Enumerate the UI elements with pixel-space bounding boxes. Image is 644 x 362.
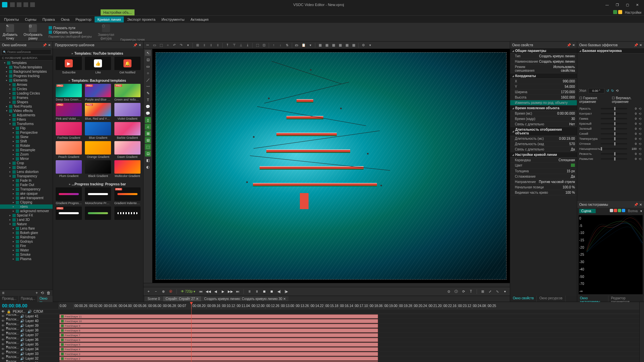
template-item[interactable]: Orange Gradient <box>84 141 112 159</box>
left-tab[interactable]: Провод... <box>19 296 38 302</box>
reset-icon[interactable]: ⟲ <box>638 107 642 111</box>
show-path-checkbox[interactable]: Показать пути <box>49 26 92 30</box>
restore-button[interactable]: ❐ <box>612 1 622 8</box>
pin-icon[interactable]: 📌 <box>567 43 571 47</box>
tree-node[interactable]: Progress tracking <box>0 74 53 78</box>
template-item[interactable]: Monochrome Prog... <box>84 187 112 205</box>
angle-input[interactable]: 0.00 ° <box>588 88 604 94</box>
playback-button[interactable]: ◀◀ <box>205 289 211 295</box>
tree-node[interactable]: Transparency <box>0 174 53 178</box>
menu-активация[interactable]: Активация <box>188 16 211 22</box>
side-tool[interactable]: T <box>145 97 151 103</box>
timeline-clip[interactable]: FreeShape 8 <box>59 328 378 333</box>
playback-button[interactable]: ◀| <box>276 289 282 295</box>
property-group[interactable]: Общие параметры <box>510 48 577 54</box>
menu-инструменты[interactable]: Инструменты <box>159 16 187 22</box>
breadcrumb-item[interactable]: Scene 0 <box>145 296 163 301</box>
tree-node[interactable]: Background templates <box>0 69 53 74</box>
correction-slider[interactable] <box>601 143 627 144</box>
tree-node[interactable]: Godrays <box>0 239 53 244</box>
template-item[interactable]: Dawn Gradient <box>114 141 141 159</box>
property-row[interactable]: НаправлениеПротив часовой стрелк <box>510 179 577 185</box>
side-tool[interactable]: ▭ <box>145 63 151 69</box>
reset-icon[interactable]: ⟲ <box>638 142 642 146</box>
properties-tab[interactable]: Окно свойств <box>510 296 537 302</box>
side-tool[interactable]: 💬 <box>145 104 151 110</box>
template-item[interactable]: Peach Gradient <box>55 141 83 159</box>
rotate-cw-icon[interactable]: ↻ <box>611 89 614 93</box>
channel-dot[interactable] <box>622 209 625 212</box>
playback-button[interactable]: ⤢ <box>487 289 493 295</box>
settings-link[interactable]: Настройки <box>625 11 641 14</box>
tree-node[interactable]: Water <box>0 248 53 252</box>
channel-dot[interactable] <box>618 209 621 212</box>
reset-icon[interactable]: ⟲ <box>638 152 642 156</box>
playback-button[interactable]: ◀ <box>213 289 219 295</box>
toolbar-button[interactable]: ⤒ <box>225 43 230 48</box>
tree-node[interactable]: Frames <box>0 96 53 100</box>
close-panel-icon[interactable]: ✕ <box>572 43 575 47</box>
reset-icon[interactable]: ⟲ <box>638 147 642 151</box>
tree-collapse-icon[interactable]: ≡ <box>2 291 4 295</box>
template-item[interactable]: Multicolor Gradient <box>114 160 141 178</box>
menu-кривая линия[interactable]: Кривая линия <box>95 16 123 22</box>
playback-button[interactable]: ⤡ <box>494 289 500 295</box>
toolbar-button[interactable]: ↓ <box>278 43 283 48</box>
menu-правка[interactable]: Правка <box>40 16 57 22</box>
toolbar-button[interactable]: ↶ <box>172 43 177 48</box>
close-button[interactable]: ✕ <box>633 1 642 8</box>
toolbar-button[interactable]: ▦ <box>351 43 356 48</box>
ribbon-draw-frame[interactable]: ⊡Отображать рамку <box>23 24 42 40</box>
playback-button[interactable]: ⏭ <box>235 289 241 295</box>
template-item[interactable]: PRODeep Sea Green Gr... <box>55 84 83 101</box>
tree-node[interactable]: Clipping <box>0 200 53 204</box>
toolbar-button[interactable]: ▦ <box>337 43 343 48</box>
pin-icon[interactable]: 📌 <box>634 43 638 47</box>
toolbar-button[interactable]: ⫴ <box>202 43 207 48</box>
side-tool[interactable]: ⊡ <box>145 150 151 157</box>
side-tool[interactable]: ▯ <box>145 117 151 123</box>
correction-slider[interactable] <box>601 118 627 119</box>
tree-node[interactable]: Elements <box>0 78 53 82</box>
histogram-scene-select[interactable]: Сцена <box>579 209 596 213</box>
property-group[interactable]: Настройки кривой линии <box>510 152 577 158</box>
refresh-icon[interactable]: ⟲ <box>41 291 44 295</box>
toolbar-button[interactable]: ⬚ <box>255 43 260 48</box>
correction-slider[interactable] <box>601 148 627 149</box>
property-row[interactable]: Изменить размер по род. объекту <box>510 100 577 106</box>
toolbar-button[interactable]: ▾ <box>308 43 313 48</box>
correction-slider[interactable] <box>601 108 627 109</box>
side-tool[interactable]: ⬚ <box>145 144 151 150</box>
timeline-track[interactable]: FreeShape 11 <box>59 314 639 319</box>
timeline-track[interactable]: FreeShape 2 <box>59 356 639 361</box>
reflect-h-checkbox[interactable]: Горизонт. отражение <box>579 96 608 104</box>
ribbon-closed-shape[interactable]: ⬠Замкнутая фигура <box>98 24 114 40</box>
template-item[interactable]: 🔔Get Notified <box>114 57 141 74</box>
tree-node[interactable]: ) and 3D <box>0 218 53 222</box>
playback-button[interactable]: + <box>146 289 152 295</box>
tree-node[interactable]: Zoom <box>0 152 53 157</box>
menu-окна[interactable]: Окна <box>58 16 72 22</box>
tree-node[interactable]: Transforms <box>0 122 53 126</box>
side-tool[interactable]: ↖ <box>145 50 151 56</box>
close-panel-icon[interactable]: ✕ <box>48 43 51 47</box>
side-tool[interactable]: ◐ <box>145 164 151 170</box>
side-tool[interactable]: 〰 <box>145 83 151 89</box>
timeline-clip[interactable]: FreeShape 6 <box>59 338 378 342</box>
tree-node[interactable]: Nature <box>0 222 53 226</box>
toolbar-button[interactable]: ▦ <box>317 43 323 48</box>
timeline-clip[interactable]: FreeShape 10 <box>59 319 378 323</box>
tree-node[interactable]: Text Presets <box>0 104 53 109</box>
toolbar-button[interactable]: ▦ <box>344 43 350 48</box>
toolbar-button[interactable]: ⇅ <box>284 43 290 48</box>
qa-icon[interactable] <box>30 2 35 7</box>
timeline-ruler[interactable]: 0.0000:00.2600:02.0000:03.0600:04.0000:0… <box>59 302 639 309</box>
toolbar-button[interactable]: ▾ <box>185 43 191 48</box>
tree-node[interactable]: Distort <box>0 165 53 170</box>
toolbar-button[interactable]: ▦ <box>324 43 329 48</box>
reset-icon[interactable]: ⟲ <box>638 127 642 131</box>
close-panel-icon[interactable]: ✕ <box>639 43 642 47</box>
pin-icon[interactable]: 📌 <box>133 43 137 47</box>
playback-button[interactable]: |▶ <box>283 289 289 295</box>
template-item[interactable]: ▶Subscribe <box>55 57 83 74</box>
